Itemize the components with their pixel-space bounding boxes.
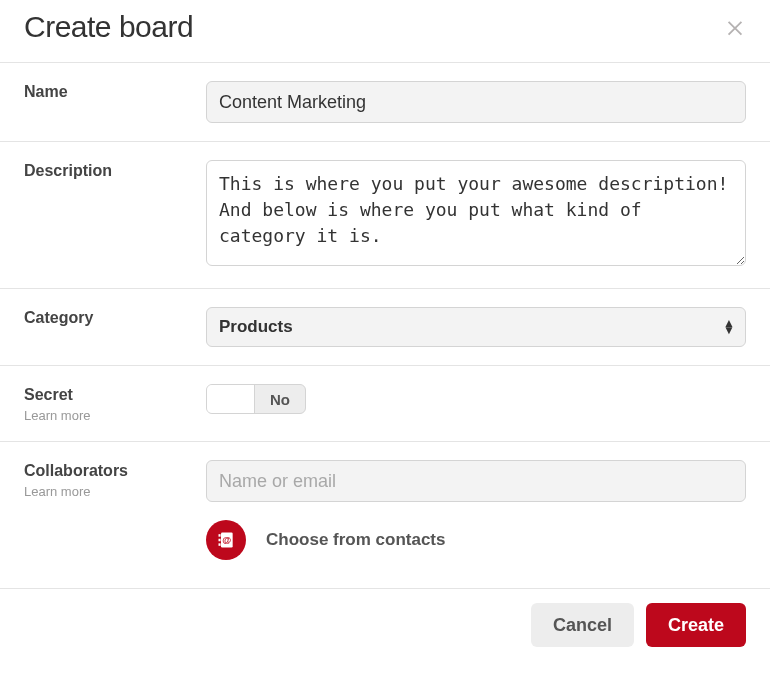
address-book-icon: @ — [216, 530, 236, 550]
svg-text:@: @ — [222, 535, 231, 545]
svg-rect-4 — [219, 543, 221, 546]
svg-rect-3 — [219, 539, 221, 542]
collaborators-section: Collaborators Learn more @ Choose from c… — [0, 442, 770, 588]
secret-section: Secret Learn more No — [0, 366, 770, 442]
toggle-state-label: No — [255, 385, 305, 413]
create-board-modal: Create board Name Description Category P… — [0, 0, 770, 661]
description-label: Description — [24, 162, 206, 180]
category-selected-value: Products — [219, 317, 293, 337]
contacts-icon: @ — [206, 520, 246, 560]
close-button[interactable] — [724, 16, 746, 38]
collaborators-label: Collaborators — [24, 462, 206, 480]
name-section: Name — [0, 63, 770, 142]
chevron-updown-icon: ▲▼ — [723, 320, 735, 334]
name-label: Name — [24, 83, 206, 101]
secret-label: Secret — [24, 386, 206, 404]
modal-title: Create board — [24, 10, 193, 44]
choose-contacts-label: Choose from contacts — [266, 530, 445, 550]
modal-footer: Cancel Create — [0, 588, 770, 661]
description-textarea[interactable] — [206, 160, 746, 266]
choose-contacts-row[interactable]: @ Choose from contacts — [206, 520, 746, 560]
secret-toggle[interactable]: No — [206, 384, 306, 414]
secret-learn-more-link[interactable]: Learn more — [24, 408, 206, 423]
name-input[interactable] — [206, 81, 746, 123]
svg-rect-2 — [219, 534, 221, 537]
collaborators-learn-more-link[interactable]: Learn more — [24, 484, 206, 499]
category-section: Category Products ▲▼ — [0, 289, 770, 366]
toggle-knob — [207, 385, 255, 413]
modal-header: Create board — [0, 0, 770, 63]
collaborators-input[interactable] — [206, 460, 746, 502]
category-label: Category — [24, 309, 206, 327]
create-button[interactable]: Create — [646, 603, 746, 647]
description-section: Description — [0, 142, 770, 289]
category-select[interactable]: Products ▲▼ — [206, 307, 746, 347]
close-icon — [724, 16, 746, 38]
cancel-button[interactable]: Cancel — [531, 603, 634, 647]
